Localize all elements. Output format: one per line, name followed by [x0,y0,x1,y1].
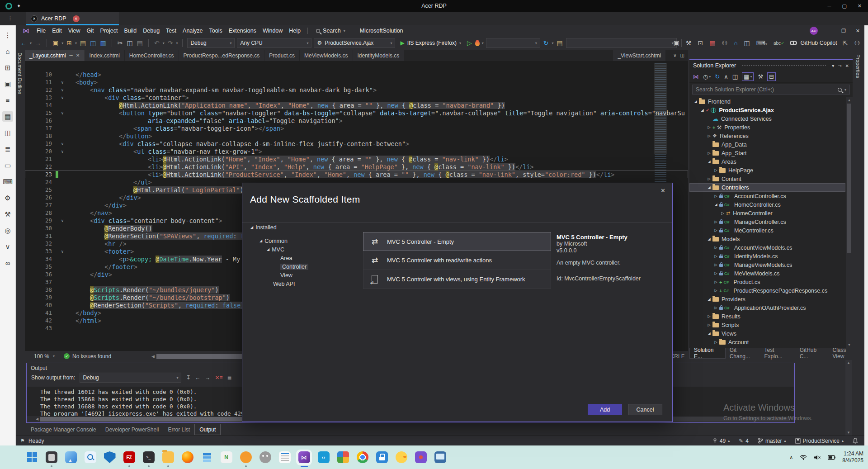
menu-item-project[interactable]: Project [97,28,121,34]
dialog-close-icon[interactable]: ✕ [660,187,665,194]
settings-gear-icon[interactable]: ⚙ [2,193,13,203]
windows-icon[interactable]: ◫ [2,128,13,138]
tree-item-productservice-ajax[interactable]: ◢✓ProductService.Ajax [689,106,845,114]
menu-dots-icon[interactable]: ⋮ [7,14,13,21]
solution-configuration-dropdown[interactable]: Debug▾ [187,38,235,48]
toolbox-icon[interactable]: ⊡ [697,39,704,47]
tree-expander-icon[interactable]: ▷ [706,134,712,138]
menu-item-tools[interactable]: Tools [206,28,226,34]
code-line-20[interactable]: 20∨<ul class="navbar-nav flex-grow-1"> [25,147,688,155]
editor-tab-homecontroller-cs[interactable]: HomeController.cs [125,50,179,61]
share-icon[interactable]: ⇱ [842,39,849,47]
github-copilot-button[interactable]: GitHub Copilot [790,40,837,46]
screen-share-icon[interactable] [434,451,447,464]
start-without-debugging-icon[interactable]: ▷ [466,39,473,47]
cut-icon[interactable]: ✂ [117,39,124,47]
jump-to-output-icon[interactable]: ↧ [186,374,190,381]
code-line-23[interactable]: 23<li>@Html.ActionLink("ProductService",… [25,171,688,178]
sharex-icon[interactable] [336,451,349,464]
gimp-icon[interactable] [259,451,272,464]
home-icon[interactable]: ⌂ [733,39,738,47]
unpushed-commits-button[interactable]: 49 ▴ [712,438,730,444]
firefox-icon[interactable] [181,451,194,464]
editor-tab-identitymodels-cs[interactable]: IdentityModels.cs [353,50,404,61]
battery-icon[interactable] [828,455,835,460]
tree-expander-icon[interactable]: ▷ [706,314,712,318]
pin-icon[interactable]: ⊸ [69,53,73,58]
tree-expander-icon[interactable]: ▷ [712,289,719,293]
tree-expander-icon[interactable]: ▷ [706,125,712,129]
preview-selected-items-icon[interactable]: ⊟ [767,72,776,81]
watch-window-icon[interactable]: ▣ [673,39,680,47]
open-file-icon[interactable]: ▤ [79,39,87,47]
tools-icon[interactable]: ⚒ [2,209,13,219]
solution-explorer-search[interactable]: Search Solution Explorer (Ctrl+;) ▾ [692,85,850,95]
tree-expander-icon[interactable]: ▷ [712,228,719,232]
home-icon[interactable]: ⌂ [2,46,13,57]
error-list-icon[interactable]: ▦ [708,39,716,47]
save-all-icon[interactable]: ▥ [99,39,107,47]
tree-expander-icon[interactable]: ▷ [712,263,719,267]
editor-tab-index-cshtml[interactable]: Index.cshtml [85,50,124,61]
output-source-dropdown[interactable]: Debug ▾ [80,373,181,383]
editor-tab-viewstart[interactable]: _ViewStart.cshtml [613,50,665,61]
rows-icon[interactable]: ≣ [2,144,13,154]
menu-item-help[interactable]: Help [286,28,304,34]
tree-item-managecontroller-cs[interactable]: ▷C#ManageController.cs [689,218,845,226]
dock-tab-developer-powershell[interactable]: Developer PowerShell [101,424,164,435]
dock-scrollbar[interactable]: ▲▼ [845,360,852,436]
vs-close-icon[interactable]: ✕ [856,28,860,34]
refresh-icon[interactable]: ↻ [715,73,720,80]
search-menu[interactable]: Search ▾ [311,28,350,34]
tree-expander-icon[interactable]: ◢ [692,99,699,104]
properties-tab[interactable]: Properties [855,50,861,78]
rdp-session-tab[interactable]: ✕ Acer RDP ✕ [26,12,119,25]
tree-item-homecontroller[interactable]: ▷⇄HomeController [689,209,845,218]
chevron-down-icon[interactable]: ∨ [2,242,13,252]
line-ending-indicator[interactable]: CRLF [670,353,688,360]
tree-item-connected-services[interactable]: ☁Connected Services [689,114,845,123]
code-line-18[interactable]: 18</button> [25,132,688,140]
vs-restore-icon[interactable]: ❐ [841,28,846,34]
search-app-icon[interactable] [84,451,97,464]
panel-menu-chevron-icon[interactable]: ▾ [832,63,834,68]
dock-tab-git-chang---[interactable]: Git Chang... [726,348,760,359]
pending-changes-filter-icon[interactable]: ◷▾ [703,73,711,80]
tree-item-controllers[interactable]: ◢Controllers [689,183,845,192]
tree-item-product-cs[interactable]: ▷+C#Product.cs [689,278,845,286]
solution-platform-dropdown[interactable]: Any CPU▾ [237,38,311,48]
tree-item-models[interactable]: ◢Models [689,235,845,243]
empty-wide-dropdown[interactable]: ▾ [566,38,677,48]
empty-dropdown[interactable]: ▾ [486,38,540,48]
code-line-16[interactable]: 16aria-expanded="false" aria-label="Togg… [25,117,688,124]
tab-close-icon[interactable]: ✕ [76,53,80,58]
word-wrap-icon[interactable]: ≣ [227,374,232,381]
split-window-icon[interactable]: ◫ [680,53,684,58]
tree-item-scripts[interactable]: ▷Scripts [689,321,845,329]
start-icon[interactable] [25,451,38,464]
tree-item-app-data[interactable]: App_Data [689,140,845,149]
terminal-icon[interactable]: ⌨▾ [755,39,768,47]
scaffold-item-mvc-5-controller-with-views--using-entity-framework[interactable]: MVC 5 Controller with views, using Entit… [363,270,551,289]
tree-expander-icon[interactable]: ◢ [712,203,719,207]
menu-item-window[interactable]: Window [259,28,286,34]
navigate-back-icon[interactable]: ← [19,39,28,47]
grip-icon[interactable]: ⋮ [2,30,13,40]
menu-item-debug[interactable]: Debug [140,28,163,34]
fold-toggle-icon[interactable]: ∨ [58,218,66,223]
menu-item-build[interactable]: Build [121,28,140,34]
pending-edits-button[interactable]: ✎ 4 [739,438,749,444]
photos-icon[interactable] [64,451,77,464]
tree-expander-icon[interactable]: ◢ [706,185,712,189]
collapse-all-icon[interactable]: ∧ [724,73,728,80]
tree-item-manageviewmodels-cs[interactable]: ▷C#ManageViewModels.cs [689,261,845,269]
tree-expander-icon[interactable]: ▷ [712,340,719,344]
code-line-13[interactable]: 13∨<div class="container"> [25,94,688,101]
tree-expander-icon[interactable]: ▷ [712,246,719,250]
extension-icon[interactable] [414,451,427,464]
remote-stack-icon[interactable] [200,451,213,464]
editor-tab--layout-cshtml[interactable]: _Layout.cshtml⊸✕ [25,50,85,61]
add-new-item-icon[interactable]: ⊞ [66,39,73,47]
tree-expander-icon[interactable]: ◢ [706,160,712,164]
copy-icon[interactable]: ◫ [126,39,133,47]
